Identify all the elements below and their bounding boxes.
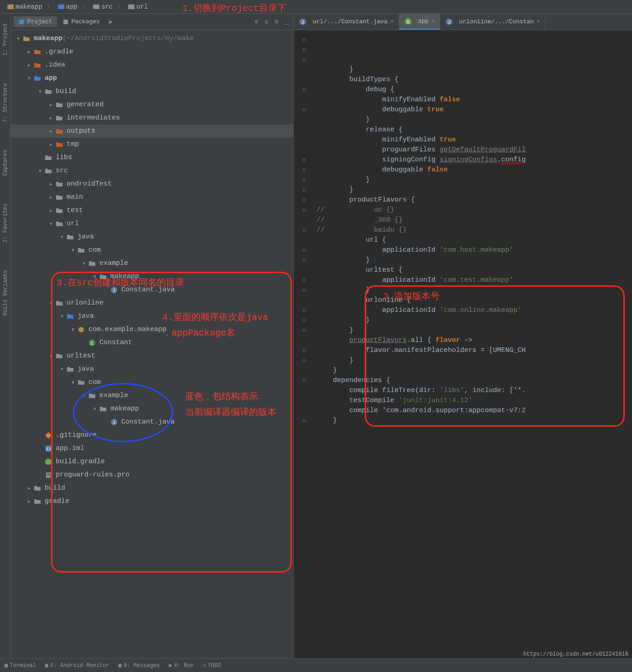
tree-arrow-icon[interactable]: [80, 392, 88, 399]
tree-row[interactable]: makeapp (~/AndroidStudioProjects/my/make: [11, 32, 293, 45]
tree-row[interactable]: .gitignore: [11, 429, 293, 442]
tree-arrow-icon[interactable]: [91, 273, 98, 280]
code-line[interactable]: // baidu {}: [316, 225, 632, 235]
code-line[interactable]: compile fileTree(dir: 'libs', include: […: [316, 386, 632, 396]
code-line[interactable]: }: [316, 255, 632, 265]
code-line[interactable]: }: [316, 285, 632, 295]
tree-arrow-icon[interactable]: [47, 352, 55, 360]
rail-build-variants[interactable]: Build Variants: [2, 270, 9, 316]
editor-tab[interactable]: Gapp×: [399, 14, 440, 30]
tree-row[interactable]: outputs: [11, 124, 293, 138]
code-line[interactable]: buildTypes {: [316, 75, 632, 85]
code-line[interactable]: testCompile 'junit:junit:4.12': [316, 396, 632, 406]
tree-row[interactable]: com: [11, 376, 293, 389]
tree-arrow-icon[interactable]: [58, 312, 66, 320]
tree-arrow-icon[interactable]: [47, 114, 55, 122]
code-line[interactable]: minifyEnabled false: [316, 95, 632, 105]
tree-row[interactable]: app: [11, 72, 293, 85]
tab-project[interactable]: Project: [14, 16, 57, 27]
tree-arrow-icon[interactable]: [26, 48, 33, 56]
tree-row[interactable]: intermediates: [11, 111, 293, 124]
tab-packages[interactable]: Packages: [58, 16, 104, 27]
code-line[interactable]: applicationId 'com.test.makeapp': [316, 275, 632, 285]
tree-row[interactable]: url: [11, 217, 293, 230]
tree-arrow-icon[interactable]: [36, 167, 44, 175]
minimize-icon[interactable]: ⎯: [283, 17, 290, 26]
tree-row[interactable]: generated: [11, 98, 293, 111]
code-line[interactable]: dependencies {: [316, 376, 632, 386]
tree-arrow-icon[interactable]: [47, 220, 55, 227]
tree-row[interactable]: com.example.makeapp: [11, 323, 293, 336]
code-line[interactable]: }: [316, 315, 632, 326]
tree-row[interactable]: makeapp: [11, 270, 293, 283]
tree-row[interactable]: makeapp: [11, 402, 293, 415]
bottom-messages[interactable]: ▣ 0: Messages: [119, 662, 160, 669]
project-tree[interactable]: makeapp (~/AndroidStudioProjects/my/make…: [11, 30, 293, 658]
tree-arrow-icon[interactable]: [26, 497, 33, 505]
tree-row[interactable]: urlonline: [11, 296, 293, 310]
code-line[interactable]: urltest {: [316, 265, 632, 275]
tree-arrow-icon[interactable]: [47, 180, 55, 188]
tree-row[interactable]: build: [11, 481, 293, 495]
code-line[interactable]: }: [316, 416, 632, 426]
collapse-icon[interactable]: ⊕: [253, 17, 260, 26]
tree-row[interactable]: .gradle: [11, 45, 293, 58]
code-line[interactable]: applicationId 'com.online.makeapp': [316, 305, 632, 315]
code-line[interactable]: debuggable false: [316, 165, 632, 175]
code-line[interactable]: debuggable true: [316, 105, 632, 115]
close-icon[interactable]: ×: [537, 18, 540, 25]
tree-row[interactable]: JConstant.java: [11, 283, 293, 296]
code-line[interactable]: }: [316, 366, 632, 376]
tree-row[interactable]: build.gradle: [11, 455, 293, 468]
tree-arrow-icon[interactable]: [47, 101, 55, 109]
code-line[interactable]: applicationId 'com.host.makeapp': [316, 245, 632, 255]
tree-row[interactable]: build: [11, 85, 293, 98]
tree-arrow-icon[interactable]: [26, 74, 33, 82]
tree-arrow-icon[interactable]: [36, 88, 44, 95]
tree-row[interactable]: java: [11, 230, 293, 243]
tree-arrow-icon[interactable]: [47, 140, 55, 148]
gear-icon[interactable]: ⚙: [273, 17, 280, 26]
code-line[interactable]: }: [316, 65, 632, 75]
breadcrumb-item[interactable]: url: [125, 2, 150, 11]
tree-row[interactable]: test: [11, 204, 293, 217]
tree-arrow-icon[interactable]: [69, 246, 77, 254]
code-line[interactable]: productFlavors {: [316, 195, 632, 205]
tree-arrow-icon[interactable]: [47, 207, 55, 214]
tree-row[interactable]: main: [11, 191, 293, 204]
code-line[interactable]: }: [316, 115, 632, 125]
code-line[interactable]: // uc {}: [316, 205, 632, 215]
rail-favorites[interactable]: 2: Favorites: [2, 203, 9, 243]
tree-row[interactable]: com: [11, 243, 293, 257]
breadcrumb-item[interactable]: app: [55, 2, 80, 11]
chevron-right-icon[interactable]: ▶: [105, 16, 116, 27]
tree-arrow-icon[interactable]: [91, 405, 98, 413]
tree-arrow-icon[interactable]: [26, 484, 33, 492]
tree-arrow-icon[interactable]: [69, 378, 77, 386]
code-line[interactable]: }: [316, 185, 632, 195]
tree-row[interactable]: JConstant.java: [11, 415, 293, 429]
bottom-android-monitor[interactable]: ▣ 6: Android Monitor: [45, 662, 109, 669]
bottom-terminal[interactable]: ▣ Terminal: [5, 662, 36, 669]
code-line[interactable]: }: [316, 356, 632, 366]
tree-row[interactable]: androidTest: [11, 177, 293, 191]
tree-row[interactable]: proguard-rules.pro: [11, 468, 293, 481]
tree-row[interactable]: example: [11, 257, 293, 270]
tree-row[interactable]: libs: [11, 151, 293, 164]
editor-tab[interactable]: Jurl/.../Constant.java×: [294, 14, 399, 30]
code-line[interactable]: signingConfig signingConfigs.config: [316, 155, 632, 165]
tree-arrow-icon[interactable]: [26, 61, 33, 69]
code-line[interactable]: release {: [316, 125, 632, 135]
editor-tab[interactable]: Jurlonline/.../Constan×: [440, 14, 545, 30]
bottom-run[interactable]: ▶ 4: Run: [169, 662, 193, 669]
breadcrumb-item[interactable]: src: [90, 2, 115, 11]
code-line[interactable]: // _360 {}: [316, 215, 632, 225]
close-icon[interactable]: ×: [390, 18, 394, 25]
tree-arrow-icon[interactable]: [80, 259, 88, 267]
code-line[interactable]: proguardFiles getDefaultProguardFil: [316, 145, 632, 155]
tree-row[interactable]: urltest: [11, 349, 293, 362]
tree-row[interactable]: .idea: [11, 58, 293, 72]
code-line[interactable]: flavor.manifestPlaceholders = [UMENG_CH: [316, 346, 632, 356]
tree-row[interactable]: CConstant: [11, 336, 293, 349]
tree-row[interactable]: gradle: [11, 495, 293, 508]
